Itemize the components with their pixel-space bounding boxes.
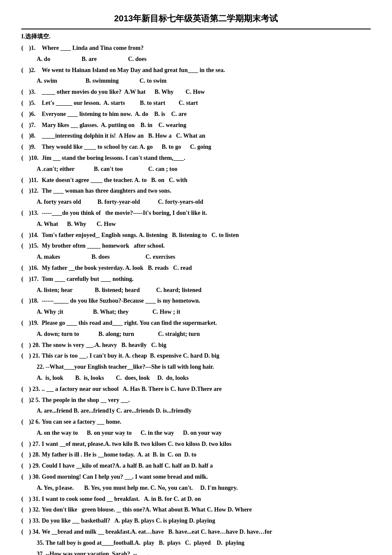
question-number: )9. <box>29 142 42 152</box>
question-block: ()6.Everyone listening to him now. A. do… <box>21 109 371 119</box>
question-block: ()19.Please go this road and right. You … <box>21 318 371 328</box>
question-options: A. Yes, p1ease. B. Yes, you must help me… <box>37 483 371 493</box>
question-paren: ( <box>21 318 29 328</box>
question-text: I want to cook some food breakfast. A. i… <box>42 494 371 504</box>
question-text: ------ do you like Suzhou?-Because is my… <box>42 296 371 306</box>
question-paren: ( <box>21 208 29 218</box>
question-number: ) 29. <box>29 461 42 471</box>
question-block: () 34.We __bread and milk __ breakfast.A… <box>21 527 371 537</box>
question-paren: ( <box>21 274 29 284</box>
question-paren: ( <box>21 98 29 108</box>
question-text: They would like to school by car. A. go … <box>42 142 371 152</box>
question-block: ()9.They would like to school by car. A.… <box>21 142 371 152</box>
question-block: ()2 6.You can see a factory home. <box>21 417 371 427</box>
question-number: ) 34. <box>29 527 42 537</box>
question-text: You don't like green blouse. this one?A.… <box>42 505 371 515</box>
question-text: Kate doesn't agree the teacher. A. to B.… <box>42 175 371 185</box>
question-number: ) 31. <box>29 494 42 504</box>
question-block: () 27.I want of meat, please.A. two kilo… <box>21 439 371 449</box>
question-text: interesting dolphin it is! A How an B. H… <box>42 131 371 141</box>
question-paren: ( <box>21 296 29 306</box>
question-text: My father is ill . He is home today. A. … <box>42 450 371 460</box>
question-text: Jim stand the boring lessons. I can't st… <box>42 153 371 163</box>
question-text: ----- do you think of the movie?-----It'… <box>42 208 371 218</box>
question-paren: ( <box>21 153 29 163</box>
question-paren: ( <box>21 450 29 460</box>
question-block: ()10.Jim stand the boring lessons. I can… <box>21 153 371 163</box>
question-text: The people in the shop very . <box>42 395 371 405</box>
question-text: 37. --How was your vacation, Sarah? -- . <box>37 549 371 555</box>
question-paren: ( <box>21 109 29 119</box>
question-number: )1. <box>29 43 42 53</box>
question-text: Could I have kilo of meat?A. a half B. a… <box>42 461 371 471</box>
question-text: Tom's father enjoyed English songs. A. l… <box>42 230 371 240</box>
question-number: ) 27. <box>29 439 42 449</box>
question-options: A. are...friend B. are...friend1y C. are… <box>37 406 371 416</box>
question-number: )14. <box>29 230 42 240</box>
question-text: We went to Hainan Island on May Day and … <box>42 65 371 75</box>
question-text: Everyone listening to him now. A. do B. … <box>42 109 371 119</box>
question-text: Let's our lesson. A. starts B. to start … <box>42 98 371 108</box>
question-number: )6. <box>29 109 42 119</box>
question-text: other movies do you like? A.W hat B. Why… <box>42 87 371 97</box>
question-number: )12. <box>29 186 42 196</box>
question-text: This car is too . I can't buy it. A. che… <box>42 351 371 361</box>
question-text: We __bread and milk __ breakfast.A. eat…… <box>42 527 371 537</box>
question-number: )3. <box>29 87 42 97</box>
question-block: ()11.Kate doesn't agree the teacher. A. … <box>21 175 371 185</box>
question-paren: ( <box>21 65 29 75</box>
question-options: A. down; turn to B. along; turn C. strai… <box>37 329 371 339</box>
question-number: ) 20. <box>29 340 42 350</box>
question-text: Do you like basketball? A. play B. plays… <box>42 516 371 526</box>
question-paren: ( <box>21 186 29 196</box>
question-block: ()3. other movies do you like? A.W hat B… <box>21 87 371 97</box>
question-text: 35. The tall boy is good at football.A. … <box>37 538 371 548</box>
question-paren: ( <box>21 461 29 471</box>
question-options: A. listen; hear B. listened; heard C. he… <box>37 285 371 295</box>
question-paren: ( <box>21 351 29 361</box>
question-paren: ( <box>21 527 29 537</box>
question-number: )2 6. <box>29 417 42 427</box>
question-text: The woman has three daughters and two so… <box>42 186 371 196</box>
question-options: A. forty years old B. forty-year-old C. … <box>37 197 371 207</box>
question-block: ()1.Where Linda and Tina come from? <box>21 43 371 53</box>
question-block: 37. --How was your vacation, Sarah? -- . <box>21 549 371 555</box>
question-number: ) 28. <box>29 450 42 460</box>
question-block: ()8. interesting dolphin it is! A How an… <box>21 131 371 141</box>
question-block: () 20.The snow is very .A. heavy B. heav… <box>21 340 371 350</box>
question-paren: ( <box>21 417 29 427</box>
page-title: 2013年新目标七年级英语第二学期期末考试 <box>21 13 371 24</box>
question-text: Mary likes glasses. A. putting on B. in … <box>42 120 371 130</box>
question-options: A. on the way to B. on your way to C. in… <box>37 428 371 438</box>
question-options: A. do B. are C. does <box>37 54 371 64</box>
question-options: A. What B. Why C. How <box>37 219 371 229</box>
question-block: 35. The tall boy is good at football.A. … <box>21 538 371 548</box>
question-text: My brother often homework after school. <box>42 241 371 251</box>
question-paren: ( <box>21 472 29 482</box>
question-paren: ( <box>21 43 29 53</box>
question-paren: ( <box>21 494 29 504</box>
question-block: ()7.Mary likes glasses. A. putting on B.… <box>21 120 371 130</box>
question-number: )17. <box>29 274 42 284</box>
question-block: ()18.------ do you like Suzhou?-Because … <box>21 296 371 306</box>
question-paren: ( <box>21 384 29 394</box>
question-block: ()14.Tom's father enjoyed English songs.… <box>21 230 371 240</box>
question-number: )10. <box>29 153 42 163</box>
question-options: A. swim B. swimming C. to swim <box>37 76 371 86</box>
question-text: Tom carefully but nothing. <box>42 274 371 284</box>
question-options: A. is, look B. is, looks C. does, look D… <box>37 373 371 383</box>
question-number: ) 23. <box>29 384 42 394</box>
question-options: A. Why ;it B. What; they C. How ; it <box>37 307 371 317</box>
question-number: )19. <box>29 318 42 328</box>
question-block: () 29.Could I have kilo of meat?A. a hal… <box>21 461 371 471</box>
question-number: )8. <box>29 131 42 141</box>
question-paren: ( <box>21 87 29 97</box>
question-number: ) 30. <box>29 472 42 482</box>
question-block: () 21.This car is too . I can't buy it. … <box>21 351 371 361</box>
question-number: ) 33. <box>29 516 42 526</box>
question-options: A. makes B. does C. exercises <box>37 252 371 262</box>
question-block: ()16.My father the book yesterday. A. lo… <box>21 263 371 273</box>
question-block: ()13.----- do you think of the movie?---… <box>21 208 371 218</box>
question-paren: ( <box>21 439 29 449</box>
question-block: ()15.My brother often homework after sch… <box>21 241 371 251</box>
